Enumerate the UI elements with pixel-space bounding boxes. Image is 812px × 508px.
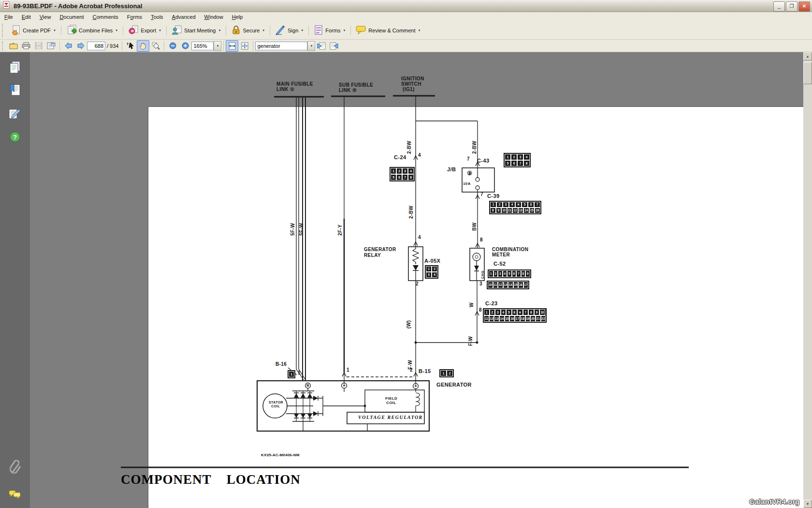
menu-bar: FileEditViewDocumentCommentsFormsToolsAd… [0,12,812,22]
bookmarks-panel-icon[interactable] [7,82,23,98]
select-tool-button[interactable] [124,40,137,52]
page-total-label: / 934 [107,43,118,49]
create-pdf-button[interactable]: Create PDF▼ [7,23,59,38]
zoom-out-button[interactable] [166,40,179,52]
save-button [32,40,45,52]
close-button[interactable]: ✕ [798,1,810,12]
toolbar-grip[interactable] [2,41,5,51]
combine-files-button[interactable]: Combine Files▼ [63,23,121,38]
scroll-up-button[interactable]: ▲ [803,52,812,60]
dropdown-arrow-icon: ▼ [418,29,421,32]
maximize-button[interactable]: ❐ [786,1,798,12]
combine-files-icon [66,25,77,36]
dropdown-arrow-icon: ▼ [343,29,346,32]
title-bar: 89-93BE.PDF - Adobe Acrobat Professional… [0,0,812,12]
open-file-button[interactable] [7,40,20,52]
menu-forms[interactable]: Forms [123,13,146,21]
document-area [30,52,803,508]
menu-document[interactable]: Document [55,13,88,21]
menu-tools[interactable]: Tools [146,13,168,21]
email-button[interactable] [45,40,58,52]
start-meeting-button[interactable]: Start Meeting▼ [169,23,224,38]
toolbar-button-label: Secure [243,28,260,33]
comments-panel-icon[interactable] [7,105,23,121]
toolbar-grip[interactable] [2,24,5,38]
secure-button[interactable]: Secure▼ [228,23,268,38]
zoom-level-input[interactable] [191,42,214,50]
zoom-in-button[interactable] [179,40,191,52]
navigation-panel-sidebar: ? [0,52,30,508]
review-comment-icon [356,25,366,36]
attachments-panel-icon[interactable] [7,460,23,476]
dropdown-arrow-icon: ▼ [262,29,265,32]
menu-advanced[interactable]: Advanced [168,13,200,21]
sign-button[interactable]: Sign▼ [272,23,306,38]
create-pdf-icon [10,25,21,36]
menu-window[interactable]: Window [200,13,228,21]
next-page-button[interactable] [74,40,87,52]
toolbar-button-label: Start Meeting [184,28,216,33]
search-input[interactable] [255,42,307,50]
dropdown-arrow-icon: ▼ [218,29,221,32]
main-toolbar: Create PDF▼Combine Files▼Export▼Start Me… [0,22,812,40]
scrollbar-thumb[interactable] [803,62,812,84]
previous-page-button[interactable] [62,40,74,52]
minimize-button[interactable]: _ [773,1,785,12]
comments-list-panel-icon[interactable] [7,487,23,503]
nav-toolbar: / 934 ▼ ▼ [0,40,812,52]
review-comment-button[interactable]: Review & Comment▼ [353,23,423,38]
toolbar-button-label: Create PDF [23,28,51,33]
secure-icon [231,25,241,36]
search-dropdown-arrow[interactable]: ▼ [307,41,315,51]
scroll-down-button[interactable]: ▼ [803,500,812,508]
watermark: GalantVR4.org [749,497,799,506]
forms-button[interactable]: Forms▼ [311,23,348,38]
window-title: 89-93BE.PDF - Adobe Acrobat Professional [14,2,142,10]
svg-text:?: ? [13,134,17,141]
toolbar-button-label: Sign [288,28,298,33]
menu-comments[interactable]: Comments [88,13,123,21]
dropdown-arrow-icon: ▼ [301,29,304,32]
sign-icon [275,25,286,36]
pdf-page [148,106,803,508]
menu-edit[interactable]: Edit [17,13,35,21]
acrobat-pdf-icon [3,1,11,11]
menu-view[interactable]: View [35,13,56,21]
zoom-dropdown-arrow[interactable]: ▼ [214,41,221,51]
start-meeting-icon [172,25,182,36]
toolbar-button-label: Forms [325,28,340,33]
fit-page-button[interactable] [238,40,251,52]
pages-panel-icon[interactable] [7,59,23,75]
export-button[interactable]: Export▼ [125,23,164,38]
page-number-input[interactable] [87,42,105,50]
dropdown-arrow-icon: ▼ [159,29,161,32]
toolbar-button-label: Review & Comment [368,28,415,33]
find-previous-button[interactable] [315,40,328,52]
find-next-button[interactable] [328,40,340,52]
hand-tool-button[interactable] [137,40,149,52]
export-icon [128,25,139,36]
fit-width-button[interactable] [226,40,238,52]
menu-help[interactable]: Help [228,13,247,21]
menu-file[interactable]: File [0,13,17,21]
print-button[interactable] [20,40,32,52]
dropdown-arrow-icon: ▼ [53,29,56,32]
marquee-zoom-button[interactable] [149,40,162,52]
toolbar-button-label: Export [141,28,156,33]
forms-icon [314,25,323,36]
toolbar-button-label: Combine Files [79,28,113,33]
help-panel-icon[interactable]: ? [7,129,23,145]
dropdown-arrow-icon: ▼ [115,29,118,32]
vertical-scrollbar[interactable]: ▲ ▼ [803,52,812,508]
